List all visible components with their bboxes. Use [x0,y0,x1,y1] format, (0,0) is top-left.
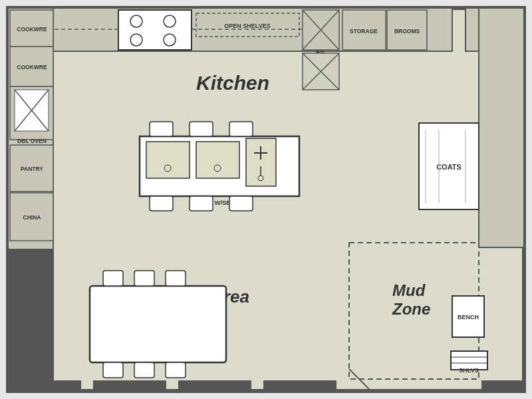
svg-rect-55 [150,122,173,136]
svg-point-26 [130,34,142,46]
svg-point-25 [130,15,142,27]
svg-text:COATS: COATS [436,163,462,171]
svg-rect-67 [134,362,154,378]
svg-rect-7 [263,380,336,391]
svg-rect-47 [196,142,239,178]
svg-point-28 [164,34,176,46]
svg-rect-66 [103,362,123,378]
svg-text:BENCH: BENCH [458,314,479,321]
svg-text:PANTRY: PANTRY [21,166,43,172]
svg-rect-56 [190,122,213,136]
svg-text:SHLVS: SHLVS [459,367,478,374]
svg-text:COOKWRE: COOKWRE [17,64,47,70]
svg-rect-63 [103,271,123,286]
svg-rect-64 [134,271,154,286]
svg-rect-5 [93,380,166,391]
floorplan-svg: COOKWRE COOKWRE DBL OVEN PANTRY CHINA [0,0,532,399]
svg-text:Mud: Mud [392,281,426,299]
svg-rect-6 [178,380,251,391]
svg-text:BROOMS: BROOMS [394,28,420,35]
svg-rect-49 [246,138,276,186]
svg-rect-60 [229,196,253,211]
svg-rect-9 [8,249,53,391]
floorplan: COOKWRE COOKWRE DBL OVEN PANTRY CHINA [0,0,532,399]
svg-rect-24 [118,10,192,50]
svg-rect-57 [229,122,253,136]
svg-rect-45 [146,142,190,178]
svg-text:CHINA: CHINA [23,214,41,221]
svg-rect-8 [481,380,524,391]
svg-rect-62 [90,286,226,362]
svg-point-27 [164,15,176,27]
svg-text:DBL OVEN: DBL OVEN [17,138,47,144]
svg-rect-10 [479,8,524,247]
kitchen-label: Kitchen [196,72,269,94]
svg-text:OPEN SHELVES: OPEN SHELVES [224,23,270,29]
svg-rect-58 [150,196,173,211]
svg-text:STORAGE: STORAGE [350,28,378,35]
svg-text:COOKWRE: COOKWRE [17,26,47,33]
svg-rect-65 [166,271,186,286]
svg-rect-59 [190,196,213,211]
svg-rect-68 [166,362,186,378]
svg-text:Zone: Zone [392,300,430,318]
